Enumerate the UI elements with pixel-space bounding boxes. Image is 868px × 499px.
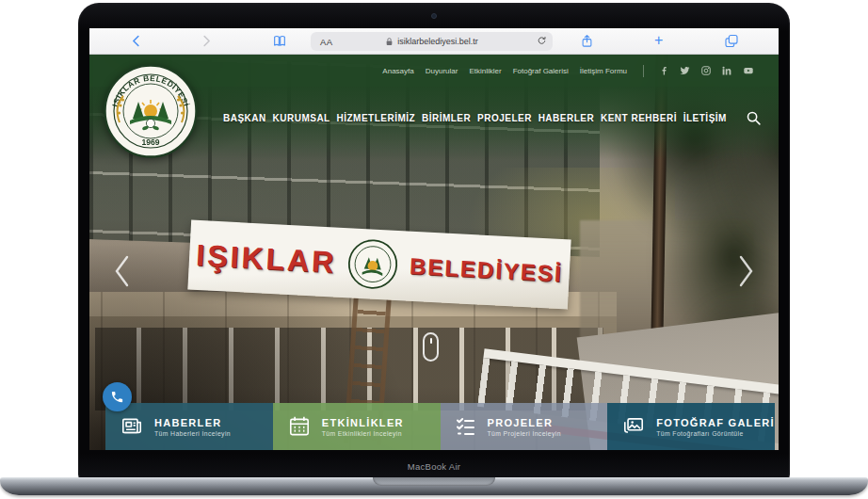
nav-item-kurumsal[interactable]: KURUMSAL [273, 113, 330, 123]
twitter-icon[interactable] [680, 66, 690, 75]
slider-prev-arrow[interactable] [112, 254, 131, 292]
card-title: ETKİNLİKLER [322, 417, 404, 428]
nav-item-birimler[interactable]: BİRİMLER [422, 113, 471, 123]
utility-link-home[interactable]: Anasayfa [382, 67, 413, 75]
reading-list-icon[interactable] [272, 33, 287, 49]
url-text: isiklarbelediyesi.bel.tr [397, 37, 478, 46]
forward-button[interactable] [202, 34, 212, 48]
phone-icon [110, 390, 124, 404]
calendar-icon [287, 414, 312, 439]
new-tab-button[interactable]: + [654, 33, 663, 48]
webpage-content: IŞIKLAR BELEDİYESİ [89, 55, 779, 450]
phone-call-button[interactable] [103, 382, 132, 411]
back-button[interactable] [131, 34, 140, 48]
card-projeler[interactable]: PROJELER Tüm Projeleri İnceleyin [441, 403, 608, 450]
search-icon[interactable] [746, 110, 762, 126]
address-bar[interactable]: AA isiklarbelediyesi.bel.tr [311, 32, 553, 51]
nav-item-projeler[interactable]: PROJELER [477, 113, 532, 123]
municipality-logo[interactable]: IŞIKLAR BELEDİYESİ 1969 [104, 64, 198, 158]
card-title: PROJELER [488, 417, 561, 428]
nav-item-hizmetlerimiz[interactable]: HİZMETLERİMİZ [336, 113, 415, 123]
refresh-icon[interactable] [537, 33, 547, 50]
nav-item-kent-rehberi[interactable]: KENT REHBERİ [601, 113, 677, 123]
tabs-overview-icon[interactable] [724, 32, 739, 50]
utility-link-photo-gallery[interactable]: Fotoğraf Galerisi [513, 67, 569, 75]
macbook-mockup: AA isiklarbelediyesi.bel.tr + [0, 0, 868, 499]
card-fotograf-galeri[interactable]: FOTOĞRAF GALERİ Tüm Fotoğrafları Görüntü… [607, 403, 775, 450]
nav-item-iletisim[interactable]: İLETİŞİM [683, 113, 727, 123]
instagram-icon[interactable] [701, 66, 711, 75]
share-icon[interactable] [580, 32, 594, 50]
logo-year: 1969 [141, 137, 159, 147]
device-model-label: MacBook Air [0, 461, 868, 472]
nav-item-baskan[interactable]: BAŞKAN [223, 113, 266, 123]
card-subtitle: Tüm Fotoğrafları Görüntüle [656, 430, 775, 437]
card-subtitle: Tüm Etkinlikleri İnceleyin [322, 430, 404, 437]
sign-text-belediyesi: BELEDİYESİ [409, 253, 563, 287]
divider [643, 65, 644, 77]
card-title: HABERLER [154, 417, 231, 428]
youtube-icon[interactable] [743, 66, 754, 75]
card-title: FOTOĞRAF GALERİ [656, 417, 775, 428]
card-etkinlikler[interactable]: ETKİNLİKLER Tüm Etkinlikleri İnceleyin [273, 403, 441, 450]
lock-icon [385, 37, 394, 46]
webcam-dot [431, 13, 437, 19]
nav-item-haberler[interactable]: HABERLER [538, 113, 595, 123]
browser-toolbar: AA isiklarbelediyesi.bel.tr + [89, 28, 779, 55]
card-subtitle: Tüm Haberleri İnceleyin [154, 430, 231, 437]
reader-mode-button[interactable]: AA [320, 37, 333, 47]
card-haberler[interactable]: HABERLER Tüm Haberleri İnceleyin [105, 403, 273, 450]
utility-link-contact-form[interactable]: İletişim Formu [580, 67, 627, 75]
card-subtitle: Tüm Projeleri İnceleyin [488, 430, 561, 437]
sign-seal-logo [346, 237, 400, 291]
linkedin-icon[interactable] [722, 66, 731, 75]
macbook-base [0, 477, 868, 495]
scroll-mouse-indicator [423, 332, 439, 362]
slider-next-arrow[interactable] [737, 254, 756, 292]
quick-link-cards: HABERLER Tüm Haberleri İnceleyin ETKİNLİ… [105, 403, 775, 450]
photos-icon [621, 414, 646, 439]
browser-window: AA isiklarbelediyesi.bel.tr + [89, 28, 779, 450]
macbook-lid-notch [373, 477, 495, 486]
checklist-icon [455, 415, 477, 438]
facebook-icon[interactable] [660, 66, 668, 75]
newspaper-icon [120, 414, 144, 439]
utility-link-announcements[interactable]: Duyurular [426, 67, 458, 75]
sign-text-isiklar: IŞIKLAR [195, 237, 337, 280]
utility-link-events[interactable]: Etkinlikler [469, 67, 501, 75]
